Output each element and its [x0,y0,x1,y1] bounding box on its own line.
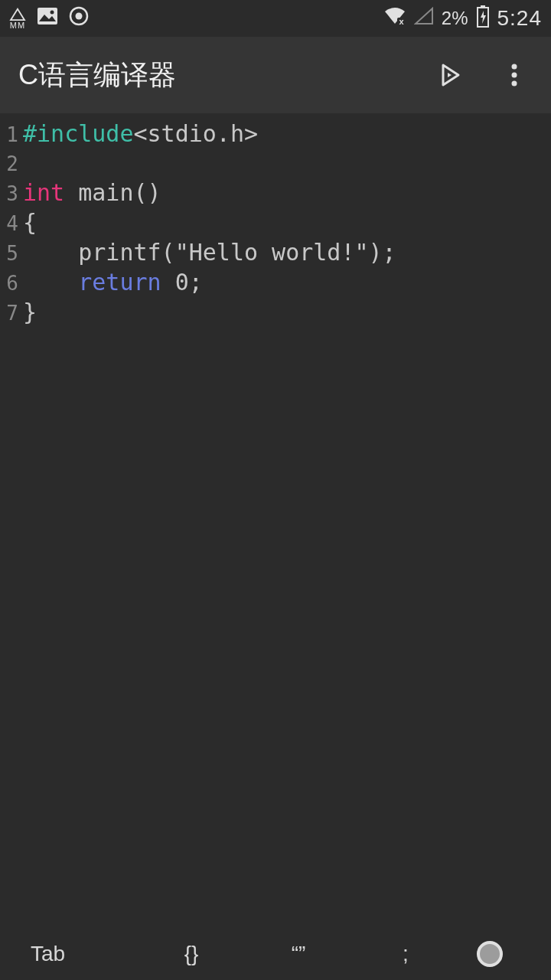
key-braces[interactable]: {} [138,927,245,980]
wifi-icon: x [383,7,406,30]
svg-point-9 [512,73,517,78]
record-circle-icon [477,941,503,967]
code-line[interactable]: 7} [0,298,551,328]
line-number: 1 [0,120,23,149]
svg-point-1 [51,11,54,15]
svg-point-10 [512,81,517,87]
line-number: 3 [0,179,23,208]
svg-point-3 [76,13,83,20]
code-content[interactable]: } [23,298,37,327]
battery-icon [476,5,490,32]
run-button[interactable] [432,57,468,93]
record-icon [69,6,89,31]
status-right: x 2% 5:24 [383,5,542,32]
svg-text:x: x [399,17,404,25]
overflow-menu-button[interactable] [496,57,533,93]
line-number: 6 [0,269,23,298]
svg-point-8 [512,64,517,70]
code-line[interactable]: 2 [0,149,551,178]
gallery-icon [37,7,58,30]
key-quotes[interactable]: “” [245,927,352,980]
signal-icon [414,7,434,30]
line-number: 5 [0,239,23,268]
code-content[interactable]: { [23,208,37,237]
status-left: MM [9,6,89,31]
code-content[interactable]: #include<stdio.h> [23,119,258,149]
code-line[interactable]: 3int main() [0,178,551,208]
code-line[interactable]: 5 printf("Hello world!"); [0,238,551,268]
code-content[interactable]: return 0; [23,268,203,297]
app-bar: C语言编译器 [0,37,551,113]
code-editor[interactable]: 1#include<stdio.h>23int main()4{5 printf… [0,113,551,926]
code-line[interactable]: 4{ [0,208,551,238]
app-title: C语言编译器 [18,57,404,94]
code-line[interactable]: 1#include<stdio.h> [0,119,551,149]
mm-icon: MM [9,8,26,30]
code-content[interactable]: int main() [23,178,161,207]
line-number: 4 [0,209,23,238]
key-record[interactable] [459,927,551,980]
status-time: 5:24 [497,6,543,31]
code-line[interactable]: 6 return 0; [0,268,551,298]
status-bar: MM x 2% 5:24 [0,0,551,37]
key-semicolon[interactable]: ; [352,927,459,980]
line-number: 2 [0,149,23,178]
code-content[interactable]: printf("Hello world!"); [23,238,396,267]
battery-percent: 2% [442,8,468,29]
svg-rect-7 [481,5,485,8]
key-tab[interactable]: Tab [0,927,138,980]
line-number: 7 [0,299,23,328]
keyboard-helper-bar: Tab {} “” ; [0,926,551,980]
svg-rect-0 [37,8,57,24]
